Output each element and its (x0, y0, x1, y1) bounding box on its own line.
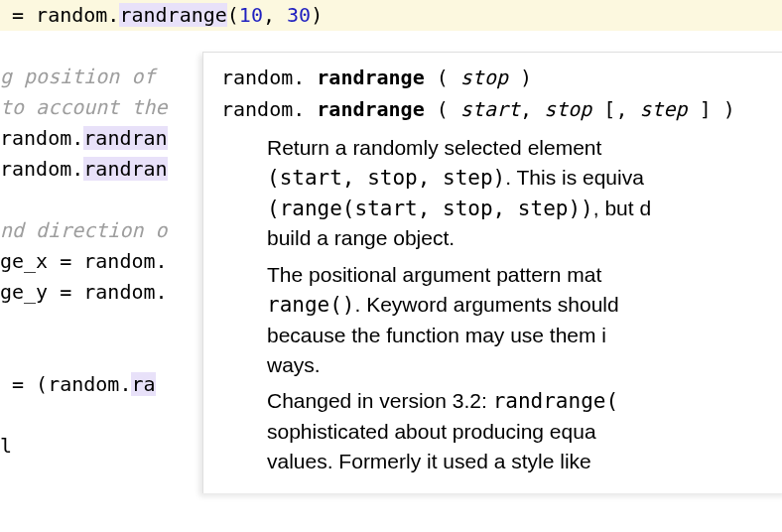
code-text: ge_x = random. (0, 249, 168, 273)
function-name: randrange (317, 97, 424, 121)
comma: , (263, 3, 287, 27)
doc-paragraph: Return a randomly selected element (star… (267, 133, 770, 254)
fn-call-highlight: randrange (119, 3, 226, 27)
code-text: l (0, 434, 12, 458)
number-literal: 30 (287, 3, 311, 27)
doc-paragraph: Changed in version 3.2: randrange( sophi… (267, 386, 770, 476)
comment-text: g position of (0, 65, 168, 88)
code-text: random. (0, 157, 83, 181)
arg-start: start (460, 97, 520, 121)
doc-paragraph: The positional argument pattern mat rang… (267, 260, 770, 381)
fn-call-highlight: randran (83, 126, 167, 150)
signature-params: ( stop ) (425, 66, 532, 89)
number-literal: 10 (239, 3, 263, 27)
documentation-tooltip[interactable]: random. randrange ( stop ) random. randr… (202, 52, 782, 493)
doc-body: Return a randomly selected element (star… (221, 127, 770, 477)
code-text: random. (0, 126, 83, 150)
paren-close: ) (311, 3, 323, 27)
comment-text: to account the (0, 95, 180, 119)
code-inline: (range(start, stop, step)) (267, 197, 593, 220)
code-inline: randrange( (493, 389, 618, 413)
arg-stop: stop (460, 66, 508, 89)
code-text: = (random. (0, 372, 131, 396)
arg-stop: stop (544, 97, 591, 121)
code-line-current[interactable]: = random.randrange(10, 30) (0, 0, 782, 31)
arg-step: step (639, 97, 687, 121)
comment-text: nd direction o (0, 218, 168, 242)
fn-call-highlight: ra (131, 372, 155, 396)
code-inline: (start, stop, step) (267, 166, 505, 190)
signature-line: random. randrange ( stop ) (221, 63, 770, 92)
code-text: = random. (0, 3, 119, 27)
signature-params: ( start, stop [, step ] ) (425, 97, 735, 121)
function-name: randrange (317, 66, 424, 89)
code-inline: range() (267, 293, 355, 317)
module-name: random. (221, 97, 317, 121)
code-text: ge_y = random. (0, 280, 168, 304)
fn-call-highlight: randran (83, 157, 167, 181)
signature-line: random. randrange ( start, stop [, step … (221, 94, 770, 124)
paren-open: ( (227, 3, 239, 27)
module-name: random. (221, 66, 317, 89)
